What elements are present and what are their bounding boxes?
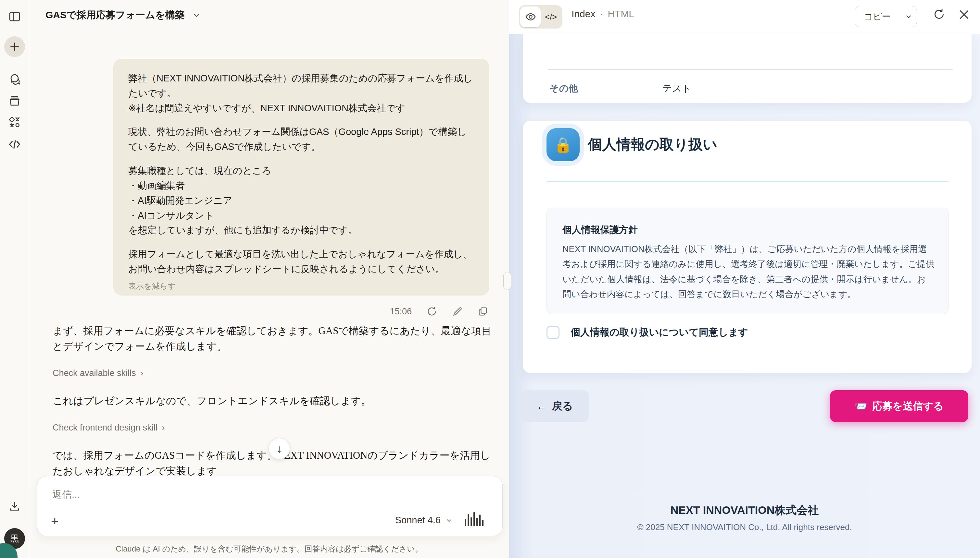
user-message-paragraph: 現状、弊社のお問い合わせフォーム関係はGAS（Google Apps Scrip… — [128, 125, 474, 154]
submit-application-button[interactable]: 📨 応募を送信する — [830, 390, 968, 422]
skill-expander-label: Check frontend design skill — [53, 421, 158, 435]
consent-row: 個人情報の取り扱いについて同意します — [547, 326, 748, 339]
artifacts-icon[interactable] — [0, 115, 29, 129]
privacy-policy-box: 個人情報保護方針 NEXT INNOVAITION株式会社（以下「弊社」）は、ご… — [547, 208, 949, 314]
refresh-icon[interactable] — [932, 8, 945, 21]
title-separator: · — [600, 8, 603, 20]
arrow-down-icon: ↓ — [277, 443, 282, 455]
chevron-down-icon — [192, 11, 201, 20]
consent-label: 個人情報の取り扱いについて同意します — [570, 326, 748, 339]
new-chat-button[interactable] — [4, 36, 25, 57]
scroll-to-bottom-button[interactable]: ↓ — [268, 438, 290, 460]
reply-input[interactable]: 返信... — [52, 488, 80, 501]
chats-icon[interactable] — [0, 72, 29, 86]
assistant-paragraph: これはプレゼンスキルなので、フロントエンドスキルを確認します。 — [53, 393, 494, 409]
user-message-bubble: 弊社（NEXT INNOVAITION株式会社）の採用募集のための応募フォームを… — [113, 59, 489, 295]
chevron-down-icon — [445, 517, 453, 524]
code-icon[interactable] — [0, 137, 29, 152]
chevron-right-icon: › — [141, 367, 143, 380]
code-toggle-button[interactable]: </> — [541, 7, 561, 27]
eye-icon — [525, 11, 537, 23]
code-toggle-label: </> — [545, 12, 557, 22]
model-selector[interactable]: Sonnet 4.6 — [395, 515, 453, 525]
skill-expander[interactable]: Check frontend design skill › — [53, 421, 494, 435]
form-section-card: その他 テスト — [523, 34, 972, 103]
retry-icon[interactable] — [426, 305, 438, 317]
voice-input-icon[interactable] — [464, 512, 484, 526]
artifact-panel: </> Index · HTML コピー — [509, 0, 980, 558]
copy-button[interactable]: コピー — [855, 11, 900, 22]
attach-plus-button[interactable]: + — [51, 515, 58, 527]
consent-checkbox[interactable] — [547, 326, 560, 339]
chevron-down-icon — [904, 12, 913, 21]
copy-split-button: コピー — [855, 6, 917, 27]
privacy-section-card: 🔒 個人情報の取り扱い 個人情報保護方針 NEXT INNOVAITION株式会… — [523, 121, 972, 373]
arrow-left-icon: ← — [537, 400, 547, 412]
sidebar-toggle-icon[interactable] — [0, 10, 29, 23]
artifact-name: Index — [572, 8, 595, 20]
policy-body: NEXT INNOVAITION株式会社（以下「弊社」）は、ご応募いただいた方の… — [562, 242, 934, 302]
user-message-paragraph: 募集職種としては、現在のところ ・動画編集者 ・AI駆動開発エンジニア ・AIコ… — [128, 164, 474, 238]
form-field-label: その他 — [549, 82, 578, 95]
left-sidebar-rail: 黒 — [0, 0, 29, 558]
chevron-right-icon: › — [162, 421, 165, 435]
chat-column: GASで採用応募フォームを構築 弊社（NEXT INNOVAITION株式会社）… — [29, 0, 509, 558]
privacy-section-heading: 個人情報の取り扱い — [588, 135, 717, 154]
skill-expander[interactable]: Check available skills › — [53, 367, 494, 380]
artifact-format: HTML — [608, 8, 634, 20]
back-button[interactable]: ← 戻る — [520, 390, 589, 422]
show-less-link[interactable]: 表示を減らす — [128, 280, 474, 292]
panel-resize-handle[interactable] — [503, 272, 511, 290]
user-message-paragraph: 弊社（NEXT INNOVAITION株式会社）の採用募集のための応募フォームを… — [128, 71, 474, 115]
submit-button-label: 応募を送信する — [873, 399, 944, 413]
avatar-initial: 黒 — [10, 533, 19, 544]
claude-app-window: 黒 GASで採用応募フォームを構築 弊社（NEXT INNOVAITION株式会… — [0, 0, 980, 558]
edit-icon[interactable] — [452, 306, 463, 317]
copy-options-button[interactable] — [900, 6, 917, 27]
section-underline — [547, 181, 949, 182]
conversation-title: GASで採用応募フォームを構築 — [46, 8, 185, 22]
lock-emoji: 🔒 — [553, 136, 572, 153]
envelope-icon: 📨 — [855, 400, 867, 412]
footer-copyright: © 2025 NEXT INNOVAITION Co., Ltd. All ri… — [509, 522, 980, 532]
copy-icon[interactable] — [477, 306, 488, 317]
assistant-message: まず、採用フォームに必要なスキルを確認しておきます。GASで構築するにあたり、最… — [53, 323, 494, 502]
footer-company-name: NEXT INNOVAITION株式会社 — [509, 503, 980, 518]
form-field-value: テスト — [662, 82, 691, 95]
artifact-preview-canvas: その他 テスト 🔒 個人情報の取り扱い 個人情報保護方針 NEXT INNOVA… — [509, 34, 980, 558]
projects-icon[interactable] — [0, 94, 29, 108]
ai-disclaimer: Claude は AI のため、誤りを含む可能性があります。回答内容は必ずご確認… — [29, 544, 509, 554]
download-icon[interactable] — [0, 500, 29, 513]
reply-composer: 返信... + Sonnet 4.6 — [37, 476, 503, 536]
preview-code-toggle: </> — [519, 5, 562, 28]
message-timestamp: 15:06 — [390, 307, 412, 317]
lock-icon: 🔒 — [547, 128, 580, 161]
model-name: Sonnet 4.6 — [395, 515, 441, 525]
back-button-label: 戻る — [552, 399, 573, 413]
policy-title: 個人情報保護方針 — [562, 223, 638, 236]
artifact-title: Index · HTML — [572, 8, 634, 20]
conversation-title-menu[interactable]: GASで採用応募フォームを構築 — [46, 8, 201, 22]
preview-toggle-button[interactable] — [520, 7, 541, 27]
close-icon[interactable] — [957, 8, 971, 21]
message-meta-row: 15:06 — [390, 305, 488, 317]
assistant-paragraph: まず、採用フォームに必要なスキルを確認しておきます。GASで構築するにあたり、最… — [53, 323, 494, 354]
user-message-paragraph: 採用フォームとして最適な項目を洗い出した上でおしゃれなフォームを作成し、お問い合… — [128, 247, 474, 277]
artifact-header: </> Index · HTML コピー — [509, 0, 980, 34]
skill-expander-label: Check available skills — [53, 367, 136, 380]
row-divider — [548, 69, 953, 70]
